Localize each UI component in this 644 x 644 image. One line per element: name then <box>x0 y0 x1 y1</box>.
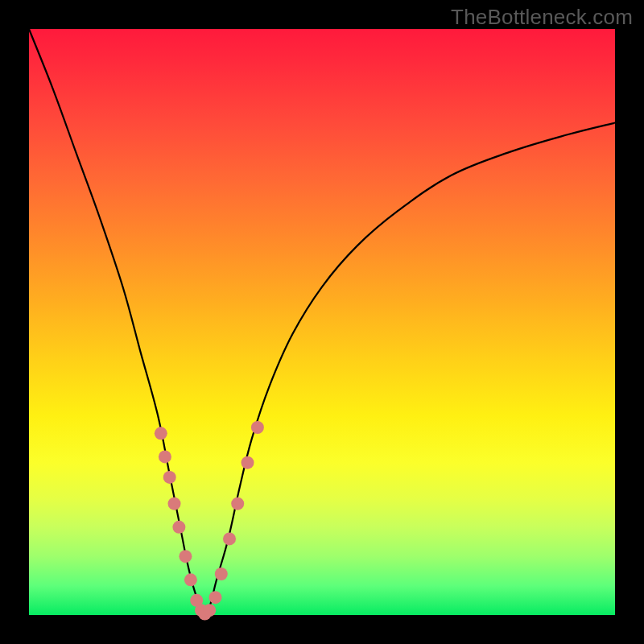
data-dot <box>223 532 236 545</box>
data-dot <box>184 573 197 586</box>
curve-svg <box>29 29 615 615</box>
data-dot <box>163 471 176 484</box>
data-dot <box>231 497 244 510</box>
data-dot <box>203 604 216 617</box>
data-dot <box>168 497 181 510</box>
data-dot <box>159 450 171 463</box>
data-dot <box>155 427 167 440</box>
data-dot <box>251 421 264 434</box>
chart-frame: TheBottleneck.com <box>0 0 644 644</box>
bottleneck-curve <box>29 29 615 615</box>
plot-area <box>29 29 615 615</box>
watermark-label: TheBottleneck.com <box>451 5 633 30</box>
data-dot <box>179 550 192 563</box>
data-dot <box>209 591 222 604</box>
data-dot <box>172 521 185 534</box>
data-dot <box>215 568 228 580</box>
data-dot <box>242 456 254 469</box>
